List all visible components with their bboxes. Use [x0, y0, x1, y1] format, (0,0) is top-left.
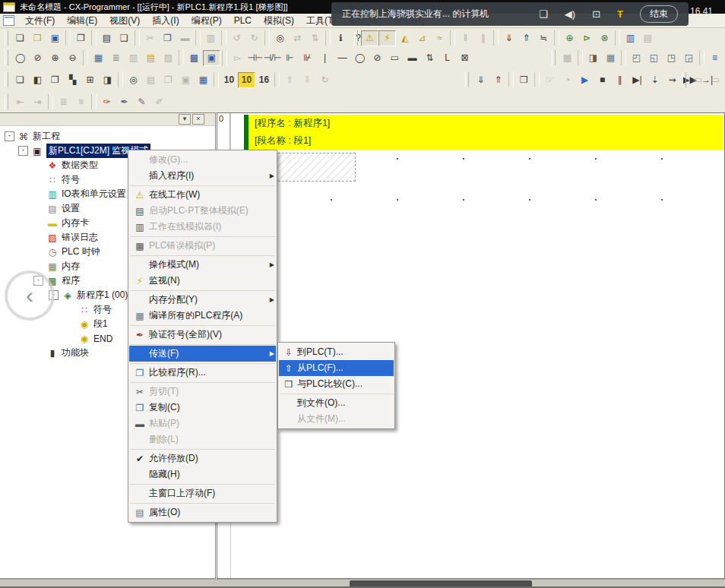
move-rung-up-button[interactable]: ◳ [663, 50, 680, 66]
decimal-monitor-button[interactable]: 10 [238, 72, 255, 88]
find-symbol-button[interactable]: ⇅ [306, 30, 324, 46]
fb-library-button[interactable]: ≡ [706, 50, 723, 66]
cross-reference-button[interactable]: ▧ [160, 50, 177, 66]
grid-toggle-button[interactable]: ▦ [90, 50, 107, 66]
toolbar-separator[interactable] [118, 72, 123, 87]
fullscreen-icon[interactable]: ❑ [539, 8, 548, 20]
panel-drop-button[interactable]: ▾ [179, 114, 191, 125]
indent-increase-button[interactable]: ⇥ [29, 94, 46, 110]
toolbar-separator[interactable] [493, 30, 499, 46]
zoom-off-button[interactable]: ⊘ [29, 50, 46, 66]
display-icon[interactable]: ⊡ [592, 8, 600, 20]
toolbar-separator[interactable] [450, 30, 455, 46]
menu-bar-item[interactable]: PLC [228, 14, 258, 27]
insert-rung-below-button[interactable]: ◱ [645, 50, 663, 66]
context-menu-item[interactable]: ▦ PLC错误模拟(P) [129, 238, 276, 254]
menu-bar-item[interactable]: 视图(V) [103, 14, 146, 28]
copy-button[interactable]: ❐ [159, 30, 176, 46]
toolbar-separator[interactable] [534, 72, 540, 87]
force-off-button[interactable]: ⇩ [299, 72, 316, 88]
compare-with-plc-button[interactable]: ≒ [535, 30, 552, 46]
context-menu-item[interactable]: ❐ 比较程序(R)... [129, 365, 276, 381]
context-menu-item[interactable]: ▦ 编译所有的PLC程序(A) [129, 308, 276, 324]
toolbar-separator[interactable] [179, 50, 184, 65]
download-to-plc-button[interactable]: ⇓ [500, 30, 518, 46]
bookmark-clear-button[interactable]: ✐ [150, 94, 168, 110]
menu-bar-item[interactable]: 文件(F) [19, 14, 61, 28]
undo-button[interactable]: ↺ [228, 30, 245, 46]
quick-download-button[interactable]: ⇓ [472, 72, 489, 88]
force-on-button[interactable]: ⇧ [281, 72, 299, 88]
submenu-item[interactable]: ❒ 与PLC比较(C)... [279, 376, 394, 392]
context-menu-item[interactable]: 操作模式(M) ▶ [129, 257, 276, 273]
block-comment-button[interactable]: ≣ [55, 94, 72, 110]
monitor-view-button[interactable]: ▦ [195, 72, 212, 88]
bookmark-next-button[interactable]: ✒ [116, 94, 133, 110]
context-menu-item[interactable]: ▤ 启动PLC-PT整体模拟(E) [129, 203, 276, 219]
new-contact-or-button[interactable]: ⊩ [281, 50, 299, 66]
online-edit-button[interactable]: ⊿ [413, 30, 431, 46]
new-closed-coil-button[interactable]: ⊘ [369, 50, 386, 66]
quick-upload-button[interactable]: ⇑ [489, 72, 507, 88]
toolbar-separator[interactable] [221, 30, 226, 46]
delete-line-button[interactable]: ⊠ [456, 50, 473, 66]
plug-icon[interactable]: Ŧ [617, 8, 623, 20]
toolbar-separator[interactable] [578, 50, 583, 65]
toolbar-separator[interactable] [48, 94, 53, 109]
new-coil-button[interactable]: ◯ [351, 50, 369, 66]
properties-window-button[interactable]: ◨ [99, 72, 116, 88]
compile-all-button[interactable]: ▦ [602, 50, 619, 66]
new-contact-button[interactable]: ⊣⊢ [246, 50, 264, 66]
bookmark-prev-button[interactable]: ✎ [133, 94, 150, 110]
quick-verify-button[interactable]: ❒ [515, 72, 533, 88]
symbol-table-button[interactable]: ≣ [107, 50, 125, 66]
context-menu-item[interactable]: 传送(F) ▶ [129, 346, 276, 362]
scrollbar-thumb[interactable] [350, 580, 532, 587]
context-menu-item[interactable]: 主窗口上浮动(F) [129, 485, 276, 501]
tree-expander-icon[interactable]: - [18, 146, 28, 156]
sim-scan-button[interactable]: ☞ [541, 72, 559, 88]
context-menu-item[interactable]: 插入程序(I) ▶ [129, 168, 276, 184]
context-menu-item[interactable]: ▤ 属性(O) [129, 504, 276, 520]
auto-online-button[interactable]: ≈ [431, 30, 448, 46]
dock-window-button[interactable]: ◧ [29, 72, 46, 88]
toolbar-separator[interactable] [508, 72, 514, 87]
toolbar-separator[interactable] [91, 94, 97, 109]
sim-run-button[interactable]: ▶ [576, 72, 594, 88]
context-menu-item[interactable]: ▬ 粘贴(P) [129, 416, 276, 432]
menu-bar-item[interactable]: 模拟(S) [258, 14, 300, 28]
toolbar-separator[interactable] [621, 50, 626, 65]
speaker-icon[interactable]: ◀) [565, 8, 575, 20]
toolbar-separator[interactable] [615, 30, 620, 46]
context-menu-item[interactable]: ❐ 复制(C) [129, 400, 276, 416]
toolbar-separator[interactable] [135, 30, 140, 46]
save-project-button[interactable]: ▣ [46, 30, 64, 46]
work-online-button[interactable]: ⚠ [361, 30, 378, 46]
partial-transfer-button[interactable]: ⊳ [578, 30, 596, 46]
context-menu-item[interactable]: ✒ 验证符号(全部)(V) [129, 327, 276, 343]
window-output-button[interactable]: ▭ [689, 72, 707, 88]
toolbar-separator[interactable] [195, 30, 201, 46]
context-menu-item[interactable]: 隐藏(H) [129, 466, 276, 482]
open-project-button[interactable]: ❒ [29, 30, 46, 46]
new-project-button[interactable]: ❏ [11, 30, 29, 46]
upload-from-plc-button[interactable]: ⇑ [518, 30, 535, 46]
cascade-windows-button[interactable]: ❐ [46, 72, 64, 88]
hex-display-button[interactable]: 16 [255, 72, 273, 88]
menu-bar-item[interactable]: 插入(I) [146, 14, 185, 28]
pause-flag-button[interactable]: ‖ [457, 30, 474, 46]
tile-windows-button[interactable]: ▚ [64, 72, 81, 88]
cut-button[interactable]: ✂ [141, 30, 159, 46]
menu-bar-item[interactable]: 编辑(E) [61, 14, 103, 28]
paste-button[interactable]: ▬ [176, 30, 194, 46]
memory-view-button[interactable]: ▣ [177, 72, 195, 88]
partial-transfer-add-button[interactable]: ⊕ [561, 30, 578, 46]
workspace-button[interactable]: ⊞ [81, 72, 99, 88]
window-watch-button[interactable]: ▭ [707, 72, 724, 88]
partial-verify-button[interactable]: ⊗ [596, 30, 613, 46]
new-horizontal-button[interactable]: — [334, 50, 351, 66]
smart-input-button[interactable]: ▩ [185, 50, 203, 66]
new-closed-contact-or-button[interactable]: ⊮ [299, 50, 316, 66]
plc-memory-window-button[interactable]: ▤ [639, 30, 657, 46]
output-window-button[interactable]: ▤ [142, 72, 160, 88]
